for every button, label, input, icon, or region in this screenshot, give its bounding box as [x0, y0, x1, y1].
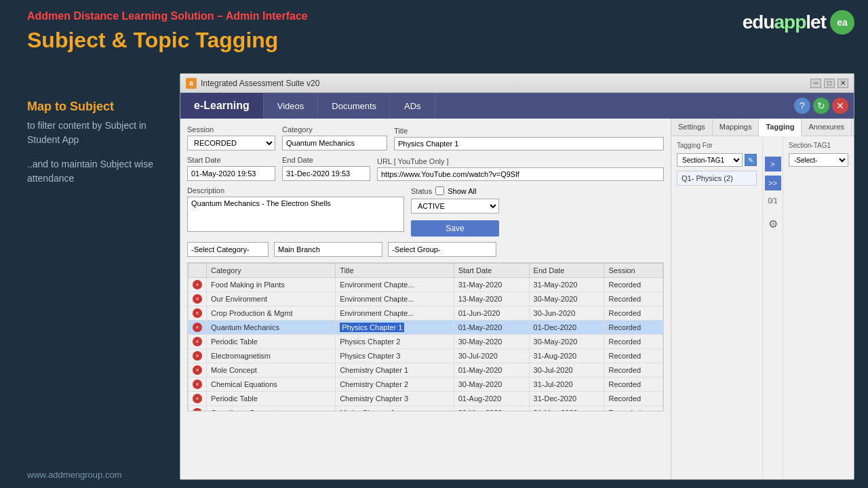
data-table: Category Title Start Date End Date Sessi…: [188, 263, 663, 411]
filter-branch-select[interactable]: Main Branch: [274, 242, 382, 257]
status-select[interactable]: ACTIVE INACTIVE: [411, 199, 499, 214]
row-delete-icon[interactable]: ×: [189, 406, 207, 412]
end-date-label: End Date: [282, 156, 370, 164]
tab-ads[interactable]: ADs: [391, 93, 435, 119]
filter-category-select[interactable]: -Select Category-: [187, 242, 269, 257]
sidebar-description: Map to Subject to filter content by Subj…: [27, 98, 163, 186]
title-input[interactable]: [394, 137, 664, 150]
row-category: Our Environment: [207, 292, 336, 306]
table-header-row: Category Title Start Date End Date Sessi…: [189, 264, 663, 278]
row-start-date: 13-May-2020: [454, 292, 529, 306]
row-end-date: 30-Jul-2020: [529, 363, 604, 378]
save-button[interactable]: Save: [411, 220, 499, 237]
session-select[interactable]: RECORDED LIVE UPCOMING: [187, 136, 275, 150]
start-date-input[interactable]: [187, 166, 275, 181]
row-category: Periodic Table: [207, 335, 336, 349]
row-delete-icon[interactable]: ×: [189, 378, 207, 392]
row-delete-icon[interactable]: ×: [189, 292, 207, 306]
form-row-1: Session RECORDED LIVE UPCOMING Category …: [187, 125, 664, 150]
row-start-date: 20-May-2020: [454, 406, 529, 412]
row-category: Periodic Table: [207, 392, 336, 406]
row-delete-icon[interactable]: ×: [189, 321, 207, 335]
tab-elearning[interactable]: e-Learning: [180, 93, 264, 119]
row-session: Recorded: [604, 292, 663, 306]
table-row[interactable]: ×Quantum MechanicsPhysics Chapter 101-Ma…: [189, 321, 663, 335]
table-row[interactable]: ×Crop Production & MgmtEnvironment Chapt…: [189, 306, 663, 321]
tag-count: 0/1: [768, 197, 778, 205]
help-icon-button[interactable]: ?: [794, 98, 810, 114]
row-delete-icon[interactable]: ×: [189, 335, 207, 349]
th-end-date: End Date: [529, 264, 604, 278]
row-title: Physics Chapter 3: [336, 349, 454, 363]
table-row[interactable]: ×Chemical EquationsChemistry Chapter 230…: [189, 378, 663, 392]
row-delete-icon[interactable]: ×: [189, 392, 207, 406]
url-label: URL [ YouTube Only ]: [377, 157, 664, 165]
row-delete-icon[interactable]: ×: [189, 278, 207, 292]
row-session: Recorded: [604, 378, 663, 392]
status-label: Status: [411, 187, 432, 195]
gear-button[interactable]: ⚙: [765, 216, 781, 232]
title-label: Title: [394, 127, 664, 135]
close-button[interactable]: ✕: [837, 79, 848, 88]
session-group: Session RECORDED LIVE UPCOMING: [187, 125, 275, 150]
map-subject-label: Map to Subject: [27, 98, 163, 115]
tab-tagging[interactable]: Tagging: [759, 119, 802, 136]
show-all-checkbox[interactable]: [435, 186, 444, 195]
tab-bar: e-Learning Videos Documents ADs ? ↻ ✕: [180, 93, 854, 119]
row-end-date: 30-May-2020: [529, 335, 604, 349]
row-end-date: 01-Dec-2020: [529, 321, 604, 335]
refresh-icon-button[interactable]: ↻: [813, 98, 829, 114]
table-row[interactable]: ×Coordinate GeometryMaths Chapter 120-Ma…: [189, 406, 663, 412]
edit-icon[interactable]: ✎: [745, 154, 757, 166]
minimize-button[interactable]: ─: [810, 79, 821, 88]
right-select[interactable]: -Select-: [789, 153, 848, 167]
th-title: Title: [336, 264, 454, 278]
tab-icons: ? ↻ ✕: [794, 93, 854, 119]
table-row[interactable]: ×Food Making in PlantsEnvironment Chapte…: [189, 278, 663, 292]
url-input[interactable]: [377, 167, 664, 181]
close-icon-button[interactable]: ✕: [832, 98, 848, 114]
tab-settings[interactable]: Settings: [671, 119, 713, 136]
category-input[interactable]: [282, 136, 387, 150]
row-session: Recorded: [604, 278, 663, 292]
tab-preview[interactable]: Preview: [852, 119, 854, 136]
table-row[interactable]: ×Mole ConceptChemistry Chapter 101-May-2…: [189, 363, 663, 378]
row-end-date: 31-Aug-2020: [529, 349, 604, 363]
row-delete-icon[interactable]: ×: [189, 363, 207, 378]
show-all-row: Status Show All: [411, 186, 499, 195]
window-controls[interactable]: ─ □ ✕: [810, 79, 848, 88]
tab-documents[interactable]: Documents: [318, 93, 391, 119]
row-delete-icon[interactable]: ×: [189, 349, 207, 363]
table-row[interactable]: ×Periodic TableChemistry Chapter 301-Aug…: [189, 392, 663, 406]
table-row[interactable]: ×Our EnvironmentEnvironment Chapte...13-…: [189, 292, 663, 306]
row-start-date: 31-May-2020: [454, 278, 529, 292]
url-group: URL [ YouTube Only ]: [377, 157, 664, 181]
filter-group-select[interactable]: -Select Group-: [388, 242, 496, 257]
row-end-date: 31-May-2020: [529, 278, 604, 292]
row-title: Maths Chapter 1: [336, 406, 454, 412]
tab-videos[interactable]: Videos: [264, 93, 319, 119]
page-title: Subject & Topic Tagging: [27, 28, 308, 53]
tag-single-button[interactable]: >: [765, 157, 781, 171]
description-textarea[interactable]: Quantum Mechanics - The Electron Shells: [187, 197, 404, 232]
row-title: Environment Chapte...: [336, 292, 454, 306]
row-session: Recorded: [604, 306, 663, 321]
logo-text: eduapplet: [743, 12, 826, 33]
table-row[interactable]: ×ElectromagnetismPhysics Chapter 330-Jul…: [189, 349, 663, 363]
tab-mappings[interactable]: Mappings: [713, 119, 760, 136]
tab-spacer: [435, 93, 794, 119]
tag-all-button[interactable]: >>: [765, 176, 781, 190]
section-tag1-label: Section-TAG1: [789, 142, 848, 149]
row-session: Recorded: [604, 392, 663, 406]
row-delete-icon[interactable]: ×: [189, 306, 207, 321]
row-category: Quantum Mechanics: [207, 321, 336, 335]
tag-item[interactable]: Q1- Physics (2): [677, 171, 757, 186]
tab-annexures[interactable]: Annexures: [802, 119, 852, 136]
table-row[interactable]: ×Periodic TablePhysics Chapter 230-May-2…: [189, 335, 663, 349]
end-date-input[interactable]: [282, 166, 370, 181]
row-end-date: 31-Jul-2020: [529, 378, 604, 392]
tagging-for-select[interactable]: Section-TAG1: [677, 153, 743, 167]
maximize-button[interactable]: □: [824, 79, 835, 88]
data-table-container: Category Title Start Date End Date Sessi…: [187, 262, 664, 411]
row-session: Recorded: [604, 406, 663, 412]
